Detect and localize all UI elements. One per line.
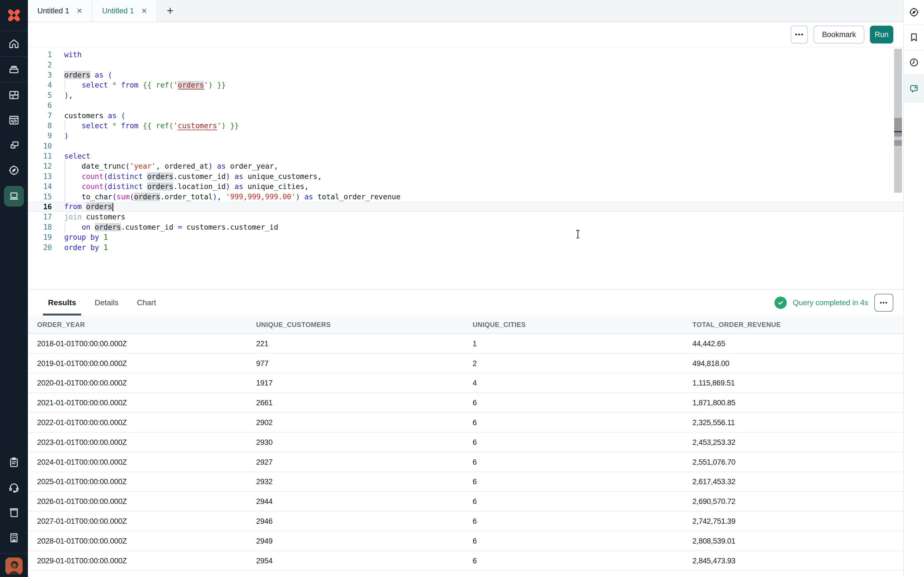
sidebar-item-code-window[interactable]: [0, 108, 28, 133]
sidebar-item-clipboard[interactable]: [0, 450, 28, 475]
table-row[interactable]: 2028-01-01T00:00:00.000Z294962,808,539.0…: [28, 531, 903, 551]
table-header: ORDER_YEARUNIQUE_CUSTOMERSUNIQUE_CITIEST…: [28, 316, 903, 334]
hex-logo[interactable]: [0, 0, 28, 31]
code-line-1[interactable]: 1with: [28, 50, 903, 60]
table-row[interactable]: 2020-01-01T00:00:00.000Z191741,115,869.5…: [28, 374, 903, 393]
right-sidebar-item-history[interactable]: [904, 50, 924, 75]
sidebar-item-headset[interactable]: [0, 475, 28, 500]
code-line-10[interactable]: 10: [28, 141, 903, 151]
table-cell: 1,871,800.85: [693, 393, 735, 413]
sidebar-item-terminal[interactable]: [0, 183, 28, 210]
table-cell: 2021-01-01T00:00:00.000Z: [37, 393, 127, 413]
table-cell: 6: [473, 511, 477, 531]
sidebar-item-book[interactable]: [0, 500, 28, 525]
table-cell: 977: [256, 354, 268, 374]
code-line-12[interactable]: 12 date_trunc('year', ordered_at) as ord…: [28, 161, 903, 171]
column-header-unique_customers[interactable]: UNIQUE_CUSTOMERS: [256, 316, 331, 334]
table-row[interactable]: 2027-01-01T00:00:00.000Z294662,742,751.3…: [28, 511, 903, 531]
column-header-unique_cities[interactable]: UNIQUE_CITIES: [473, 316, 526, 334]
code-line-5[interactable]: 5),: [28, 90, 903, 100]
code-line-2[interactable]: 2: [28, 60, 903, 70]
right-sidebar-item-compass[interactable]: [904, 0, 924, 25]
table-cell: 4: [473, 374, 477, 393]
table-cell: 2,845,473.93: [693, 551, 735, 571]
code-line-9[interactable]: 9): [28, 131, 903, 141]
table-cell: 2022-01-01T00:00:00.000Z: [37, 413, 127, 433]
notebook-tab-1[interactable]: Untitled 1 ✕: [28, 0, 93, 22]
line-number: 8: [28, 121, 52, 130]
run-button[interactable]: Run: [870, 26, 893, 44]
more-options-button[interactable]: •••: [791, 26, 808, 44]
right-sidebar-item-ai-chat[interactable]: [904, 75, 924, 103]
sidebar-item-building[interactable]: [0, 525, 28, 550]
line-number: 18: [28, 223, 52, 231]
line-number: 6: [28, 101, 52, 110]
results-tab-details[interactable]: Details: [95, 290, 119, 316]
sidebar-item-windows[interactable]: [0, 133, 28, 158]
table-row[interactable]: 2021-01-01T00:00:00.000Z266161,871,800.8…: [28, 393, 903, 413]
bookmark-button[interactable]: Bookmark: [814, 26, 864, 44]
column-header-order_year[interactable]: ORDER_YEAR: [37, 316, 85, 334]
sidebar-item-archive[interactable]: [0, 57, 28, 82]
line-number: 17: [28, 213, 52, 221]
table-cell: 2027-01-01T00:00:00.000Z: [37, 511, 127, 531]
table-row[interactable]: 2022-01-01T00:00:00.000Z290262,325,556.1…: [28, 413, 903, 433]
code-line-4[interactable]: 4 select * from {{ ref('orders') }}: [28, 80, 903, 90]
notebook-tab-2[interactable]: Untitled 1 ✕: [93, 0, 157, 22]
sidebar-item-home[interactable]: [0, 31, 28, 56]
editor-scrollbar[interactable]: [894, 49, 902, 193]
code-line-19[interactable]: 19group by 1: [28, 232, 903, 242]
code-line-11[interactable]: 11select: [28, 151, 903, 161]
tab-bar: Untitled 1 ✕Untitled 1 ✕+: [28, 0, 903, 22]
table-row[interactable]: 2029-01-01T00:00:00.000Z295462,845,473.9…: [28, 551, 903, 571]
results-tab-results[interactable]: Results: [48, 290, 76, 316]
table-row[interactable]: 2019-01-01T00:00:00.000Z9772494,818.00: [28, 354, 903, 374]
code-line-14[interactable]: 14 count(distinct orders.location_id) as…: [28, 182, 903, 192]
column-header-total_order_revenue[interactable]: TOTAL_ORDER_REVENUE: [693, 316, 781, 334]
close-icon[interactable]: ✕: [76, 7, 82, 15]
table-cell: 2029-01-01T00:00:00.000Z: [37, 551, 127, 571]
close-icon[interactable]: ✕: [141, 7, 147, 15]
table-row[interactable]: 2023-01-01T00:00:00.000Z293062,453,253.3…: [28, 433, 903, 452]
sql-editor[interactable]: 1with23orders as (4 select * from {{ ref…: [28, 47, 903, 289]
table-row[interactable]: 2024-01-01T00:00:00.000Z292762,551,076.7…: [28, 452, 903, 472]
code-line-18[interactable]: 18 on orders.customer_id = customers.cus…: [28, 222, 903, 232]
success-check-icon: [774, 297, 787, 309]
table-cell: 2902: [256, 413, 273, 433]
cell-toolbar: ••• Bookmark Run: [28, 22, 903, 47]
code-line-17[interactable]: 17join customers: [28, 212, 903, 222]
code-line-3[interactable]: 3orders as (: [28, 70, 903, 80]
table-cell: 2,551,076.70: [693, 452, 735, 472]
table-cell: 1917: [256, 374, 273, 393]
sidebar-item-compass[interactable]: [0, 158, 28, 183]
code-line-13[interactable]: 13 count(distinct orders.customer_id) as…: [28, 171, 903, 182]
results-panel: ResultsDetailsChart Query completed in 4…: [28, 289, 903, 577]
table-row[interactable]: 2026-01-01T00:00:00.000Z294462,690,570.7…: [28, 492, 903, 511]
results-tab-chart[interactable]: Chart: [137, 290, 156, 316]
new-tab-button[interactable]: +: [157, 0, 183, 22]
table-row[interactable]: 2018-01-01T00:00:00.000Z221144,442.65: [28, 334, 903, 354]
code-line-8[interactable]: 8 select * from {{ ref('customers') }}: [28, 121, 903, 131]
code-line-15[interactable]: 15 to_char(sum(orders.order_total), '999…: [28, 192, 903, 201]
table-row[interactable]: 2025-01-01T00:00:00.000Z293262,617,453.3…: [28, 472, 903, 492]
code-line-7[interactable]: 7customers as (: [28, 110, 903, 121]
code-line-16[interactable]: 16from orders: [28, 202, 903, 212]
table-cell: 2946: [256, 511, 273, 531]
right-sidebar-item-bookmark[interactable]: [904, 25, 924, 50]
sidebar-item-grid[interactable]: [0, 82, 28, 108]
user-avatar[interactable]: [5, 558, 23, 575]
results-more-button[interactable]: •••: [874, 294, 893, 312]
line-number: 9: [28, 132, 52, 140]
query-status: Query completed in 4s •••: [774, 290, 893, 316]
table-cell: 2,325,556.11: [693, 413, 735, 433]
line-number: 10: [28, 142, 52, 150]
line-number: 19: [28, 233, 52, 242]
code-line-6[interactable]: 6: [28, 100, 903, 110]
table-cell: 2,453,253.32: [693, 433, 735, 452]
table-cell: 44,442.65: [693, 334, 725, 354]
table-row[interactable]: 2030-01-01T00:00:00.000Z287961,841,049.3…: [28, 571, 903, 577]
main-area: Untitled 1 ✕Untitled 1 ✕+ ••• Bookmark R…: [28, 0, 903, 577]
compass-icon: [908, 7, 919, 18]
results-table: ORDER_YEARUNIQUE_CUSTOMERSUNIQUE_CITIEST…: [28, 316, 903, 577]
code-line-20[interactable]: 20order by 1: [28, 242, 903, 252]
